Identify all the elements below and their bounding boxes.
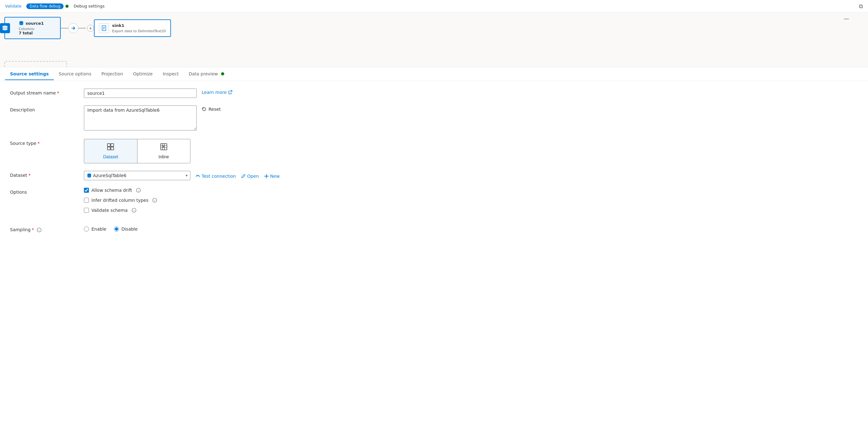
- reset-icon: [202, 107, 207, 112]
- tab-projection[interactable]: Projection: [96, 68, 128, 80]
- dataset-row: Dataset* AzureSqlTable6 ▾ Te: [10, 171, 858, 180]
- top-toolbar: Validate Data flow debug Debug settings …: [0, 0, 868, 12]
- description-field: Import data from AzureSqlTable6: [84, 105, 197, 131]
- infer-drifted-row: Infer drifted column types i: [84, 198, 157, 203]
- sampling-row: Sampling* i Enable Disable: [10, 225, 858, 233]
- infer-drifted-checkbox[interactable]: [84, 198, 89, 203]
- reset-label: Reset: [209, 107, 221, 112]
- dataset-select[interactable]: AzureSqlTable6: [92, 171, 180, 180]
- output-stream-name-row: Output stream name* Learn more: [10, 89, 858, 98]
- description-label: Description: [10, 105, 79, 112]
- source-node-content: source1 Columns: 7 total: [19, 21, 44, 35]
- source-type-dataset-label: Dataset: [103, 154, 118, 159]
- test-connection-icon: [195, 174, 200, 179]
- inline-grid-icon: [160, 143, 167, 152]
- allow-schema-drift-label[interactable]: Allow schema drift: [91, 188, 132, 193]
- output-stream-name-label: Output stream name*: [10, 89, 79, 96]
- tab-source-options-label: Source options: [59, 71, 91, 76]
- validate-schema-label[interactable]: Validate schema: [91, 208, 128, 213]
- reset-link[interactable]: Reset: [202, 107, 221, 112]
- validate-schema-checkbox[interactable]: [84, 208, 89, 213]
- options-fields: Allow schema drift i Infer drifted colum…: [84, 188, 157, 218]
- test-connection-label: Test connection: [202, 174, 236, 179]
- canvas-collapse-button[interactable]: —: [844, 15, 849, 22]
- svg-rect-9: [107, 144, 110, 146]
- inline-pattern-icon: [160, 143, 167, 150]
- arrow-right-icon: [71, 26, 76, 31]
- tab-source-options[interactable]: Source options: [54, 68, 96, 80]
- sink-node[interactable]: sink1 Export data to DelimitedText20: [94, 20, 171, 37]
- empty-node-placeholder: |: [4, 61, 67, 67]
- tab-data-preview-label: Data preview: [189, 71, 218, 76]
- sampling-enable-label[interactable]: Enable: [91, 227, 106, 232]
- sampling-disable-row: Disable: [114, 227, 138, 232]
- svg-rect-11: [107, 147, 110, 150]
- tab-projection-label: Projection: [101, 71, 123, 76]
- allow-schema-drift-checkbox[interactable]: [84, 188, 89, 193]
- allow-schema-drift-info-icon[interactable]: i: [136, 188, 141, 193]
- tab-source-settings[interactable]: Source settings: [5, 68, 54, 80]
- sampling-enable-radio[interactable]: [84, 227, 89, 232]
- source-type-dataset-button[interactable]: Dataset: [84, 139, 137, 163]
- description-row: Description Import data from AzureSqlTab…: [10, 105, 858, 131]
- validate-schema-info-icon[interactable]: i: [131, 208, 136, 213]
- pipeline-connector: +: [61, 23, 94, 33]
- debug-status-badge[interactable]: Data flow debug: [26, 3, 64, 9]
- description-input[interactable]: Import data from AzureSqlTable6: [84, 105, 197, 131]
- test-connection-link[interactable]: Test connection: [195, 174, 236, 179]
- connector-line-right: [78, 28, 86, 29]
- allow-schema-drift-row: Allow schema drift i: [84, 188, 157, 193]
- plus-icon: [264, 174, 269, 179]
- dataset-grid-icon: [107, 143, 114, 150]
- tab-inspect-label: Inspect: [163, 71, 179, 76]
- sampling-label: Sampling* i: [10, 225, 79, 233]
- validate-schema-row: Validate schema i: [84, 208, 157, 213]
- maximize-icon[interactable]: ⧉: [859, 3, 863, 9]
- dataset-label: Dataset*: [10, 171, 79, 178]
- description-side-links: Reset: [202, 105, 221, 112]
- debug-settings-label: Debug settings: [73, 4, 104, 8]
- debug-active-dot: [65, 5, 69, 8]
- dataset-field-group: AzureSqlTable6 ▾ Test connection Open: [84, 171, 280, 180]
- dataset-db-icon: [87, 173, 92, 178]
- tab-optimize-label: Optimize: [133, 71, 153, 76]
- validate-button[interactable]: Validate: [5, 4, 21, 8]
- tabs-bar: Source settings Source options Projectio…: [0, 67, 868, 81]
- open-label: Open: [247, 174, 259, 179]
- source-left-icon: [0, 23, 10, 33]
- infer-drifted-label[interactable]: Infer drifted column types: [91, 198, 148, 203]
- source-type-row: Source type* Dataset: [10, 139, 858, 163]
- tab-optimize[interactable]: Optimize: [128, 68, 158, 80]
- output-stream-name-field: [84, 89, 197, 98]
- required-indicator: *: [57, 91, 59, 96]
- open-link[interactable]: Open: [241, 174, 259, 179]
- sampling-disable-radio[interactable]: [114, 227, 119, 232]
- sink-node-content: sink1 Export data to DelimitedText20: [112, 23, 166, 33]
- infer-drifted-info-icon[interactable]: i: [152, 198, 157, 203]
- new-link[interactable]: New: [264, 174, 280, 179]
- source-db-icon: [19, 21, 24, 26]
- source-type-toggle-group: Dataset Inline: [84, 139, 190, 163]
- tab-data-preview[interactable]: Data preview: [184, 68, 229, 80]
- sampling-disable-label[interactable]: Disable: [122, 227, 138, 232]
- svg-rect-10: [111, 144, 114, 146]
- sampling-info-icon[interactable]: i: [37, 228, 42, 233]
- add-node-button[interactable]: +: [87, 25, 94, 32]
- source-node[interactable]: source1 Columns: 7 total: [4, 17, 61, 39]
- source-type-inline-button[interactable]: Inline: [137, 139, 190, 163]
- debug-settings-item[interactable]: Debug settings: [73, 4, 104, 8]
- sampling-enable-row: Enable: [84, 227, 106, 232]
- tab-inspect[interactable]: Inspect: [158, 68, 184, 80]
- learn-more-link[interactable]: Learn more: [202, 90, 232, 95]
- connector-line-left: [61, 28, 68, 29]
- learn-more-label: Learn more: [202, 90, 227, 95]
- pipeline-canvas: source1 Columns: 7 total +: [0, 12, 868, 67]
- output-stream-name-input[interactable]: [84, 89, 197, 98]
- dataset-table-icon: [107, 143, 114, 152]
- pencil-icon: [241, 174, 246, 179]
- svg-text:i: i: [138, 189, 139, 192]
- data-preview-active-dot: [221, 72, 224, 75]
- sink-node-subtitle: Export data to DelimitedText20: [112, 29, 166, 33]
- external-link-icon: [228, 90, 232, 95]
- dataset-select-wrapper: AzureSqlTable6 ▾: [84, 171, 190, 180]
